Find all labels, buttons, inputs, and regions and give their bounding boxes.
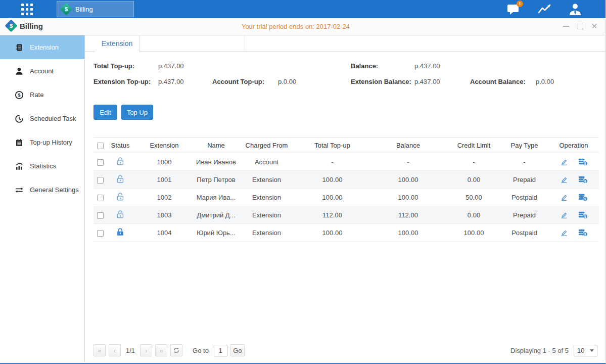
column-header-pay-type: Pay Type <box>500 138 548 153</box>
displaying-text: Displaying 1 - 5 of 5 <box>510 347 569 354</box>
extension-topup-value: p.437.00 <box>158 78 184 85</box>
extensions-table: Status Extension Name Charged From Total… <box>94 137 599 242</box>
status-unlocked-icon <box>115 209 125 219</box>
close-icon[interactable]: ✕ <box>590 22 598 30</box>
topup-row-icon[interactable]: $ <box>578 210 588 219</box>
cell-pay-type: Prepaid <box>500 206 548 224</box>
cell-extension: 1002 <box>134 189 195 206</box>
table-header-row: Status Extension Name Charged From Total… <box>94 138 599 153</box>
account-topup-value: p.0.00 <box>278 78 296 85</box>
account-balance-label: Account Balance: <box>470 78 526 85</box>
svg-text:$: $ <box>18 92 21 98</box>
page-indicator: 1/1 <box>126 347 135 354</box>
cell-pay-type: Prepaid <box>500 171 548 189</box>
column-header-charged-from: Charged From <box>238 138 296 153</box>
extension-balance-label: Extension Balance: <box>351 78 411 85</box>
tab-divider <box>245 35 245 52</box>
tab-strip: Extension <box>85 35 605 52</box>
prev-page-button[interactable]: ‹ <box>109 344 121 356</box>
column-header-status: Status <box>107 138 134 153</box>
cell-charged-from: Account <box>238 153 296 171</box>
edit-row-icon[interactable] <box>560 228 569 237</box>
cell-credit-limit: 50.00 <box>447 189 500 206</box>
edit-row-icon[interactable] <box>560 175 569 184</box>
edit-row-icon[interactable] <box>560 157 569 166</box>
scheduled-task-clock-icon <box>15 114 24 123</box>
page-size-select[interactable]: 10 <box>574 345 597 356</box>
row-checkbox[interactable] <box>97 230 104 237</box>
extension-balance-value: p.437.00 <box>414 78 440 85</box>
sidebar-item-statistics[interactable]: Statistics <box>0 154 84 178</box>
cell-total-topup: 100.00 <box>296 189 369 206</box>
row-checkbox[interactable] <box>97 212 104 219</box>
sidebar-item-account[interactable]: Account <box>0 59 84 83</box>
reports-chart-icon[interactable] <box>537 3 551 16</box>
minimize-icon[interactable] <box>562 22 570 30</box>
svg-text:$: $ <box>584 179 586 184</box>
cell-pay-type: Postpaid <box>500 224 548 242</box>
sidebar: Extension Account $ Rate Scheduled Task <box>0 35 85 362</box>
sidebar-item-general-settings[interactable]: General Settings <box>0 178 84 202</box>
top-up-button[interactable]: Top Up <box>121 105 153 120</box>
balance-label: Balance: <box>351 62 378 70</box>
last-page-button[interactable]: » <box>155 344 167 356</box>
topup-row-icon[interactable]: $ <box>578 175 588 184</box>
column-header-extension: Extension <box>134 138 195 153</box>
sidebar-item-topup-history[interactable]: Top-up History <box>0 130 84 154</box>
column-header-operation: Operation <box>548 138 599 153</box>
cell-balance: - <box>369 153 447 171</box>
column-header-credit-limit: Credit Limit <box>447 138 500 153</box>
topup-row-icon[interactable]: $ <box>578 228 588 237</box>
edit-row-icon[interactable] <box>560 210 569 219</box>
account-balance-value: p.0.00 <box>536 78 554 85</box>
refresh-button[interactable] <box>170 344 182 356</box>
goto-label: Go to <box>193 347 209 354</box>
cell-total-topup: 112.00 <box>296 206 369 224</box>
edit-row-icon[interactable] <box>560 193 569 202</box>
row-checkbox[interactable] <box>97 195 104 201</box>
messages-icon[interactable]: ! <box>506 3 521 16</box>
status-unlocked-icon <box>115 192 125 202</box>
cell-extension: 1004 <box>134 224 195 242</box>
column-header-name: Name <box>195 138 238 153</box>
row-checkbox[interactable] <box>97 159 104 166</box>
sidebar-item-rate[interactable]: $ Rate <box>0 83 84 107</box>
cell-extension: 1003 <box>134 206 195 224</box>
column-header-balance: Balance <box>369 138 447 153</box>
task-tab-label: Billing <box>75 6 93 13</box>
select-all-checkbox[interactable] <box>97 143 104 149</box>
go-button[interactable]: Go <box>230 344 245 356</box>
status-unlocked-icon <box>115 156 125 166</box>
tab-extension[interactable]: Extension <box>95 35 139 52</box>
next-page-button[interactable]: › <box>140 344 152 356</box>
table-row: 1003 Дмитрий Д... Extension 112.00 112.0… <box>94 206 599 224</box>
maximize-icon[interactable] <box>576 22 584 30</box>
first-page-button[interactable]: « <box>94 344 106 356</box>
sidebar-item-extension[interactable]: Extension <box>0 35 84 59</box>
user-account-icon[interactable] <box>568 3 582 16</box>
edit-button[interactable]: Edit <box>94 105 117 120</box>
top-bar: $ Billing ! <box>0 0 605 18</box>
cell-name: Юрий Юрь... <box>195 224 238 242</box>
billing-task-tab[interactable]: $ Billing <box>57 1 134 17</box>
statistics-chart-icon <box>15 162 24 171</box>
sidebar-label: General Settings <box>30 186 79 194</box>
account-person-icon <box>15 67 24 76</box>
page-size-value: 10 <box>577 347 584 354</box>
sidebar-label: Rate <box>30 91 43 99</box>
topup-history-notepad-icon <box>15 138 24 147</box>
sidebar-label: Account <box>30 67 54 75</box>
billing-summary: Total Top-up: p.437.00 Balance: p.437.00… <box>85 52 605 103</box>
cell-balance: 100.00 <box>369 189 447 206</box>
topup-row-icon[interactable]: $ <box>578 193 588 202</box>
table-row: 1000 Иван Иванов Account - - - - <box>94 153 599 171</box>
row-checkbox[interactable] <box>97 177 104 184</box>
sidebar-item-scheduled-task[interactable]: Scheduled Task <box>0 107 84 130</box>
extension-book-icon <box>15 43 24 52</box>
topup-row-icon[interactable]: $ <box>578 157 588 166</box>
cell-total-topup: 100.00 <box>296 171 369 189</box>
goto-page-input[interactable] <box>214 345 227 356</box>
total-topup-label: Total Top-up: <box>94 62 134 70</box>
cell-balance: 100.00 <box>369 224 447 242</box>
apps-grid-icon[interactable] <box>21 4 33 15</box>
